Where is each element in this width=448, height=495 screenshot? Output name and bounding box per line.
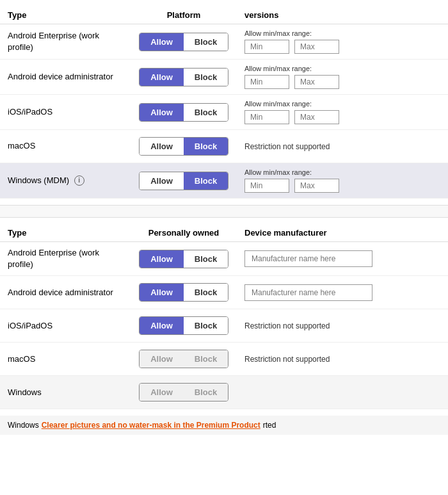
allow2-btn-1[interactable]: Allow [140, 284, 184, 301]
header2-type: Type [8, 228, 123, 238]
block2-btn-3: Block [184, 350, 228, 368]
row-windows-mdm: Windows (MDM) i Allow Block Allow min/ma… [0, 163, 448, 199]
manufacturer-android-device-admin [244, 284, 440, 301]
toggle2-android-enterprise: Allow Block [123, 250, 244, 268]
version-inputs-0 [244, 40, 440, 54]
header-versions: versions [244, 10, 440, 20]
toggle2-ios: Allow Block [123, 316, 244, 335]
restriction-macos: Restriction not supported [244, 142, 440, 151]
allow-btn-4[interactable]: Allow [140, 172, 184, 190]
section-divider [0, 205, 448, 218]
block2-btn-1[interactable]: Block [184, 284, 228, 301]
manufacturer-input-0[interactable] [244, 250, 372, 267]
header2-manufacturer: Device manufacturer [244, 228, 440, 238]
type-ios: iOS/iPadOS [8, 106, 123, 118]
block-btn-0[interactable]: Block [184, 33, 228, 51]
type2-windows: Windows [8, 387, 123, 398]
versions-android-device-admin: Allow min/max range: [244, 65, 440, 89]
max-input-2[interactable] [294, 110, 339, 124]
manufacturer-ios: Restriction not supported [244, 321, 440, 330]
header2-personally: Personally owned [123, 228, 244, 238]
block2-btn-4: Block [184, 384, 228, 401]
toggle2-windows: Allow Block [123, 383, 244, 402]
section-1: Type Platform versions Android Enterpris… [0, 0, 448, 205]
max-input-1[interactable] [294, 75, 339, 89]
toggle2-group-4: Allow Block [139, 383, 228, 402]
range-label-1: Allow min/max range: [244, 65, 440, 72]
toggle2-group-1: Allow Block [139, 283, 228, 302]
allow2-btn-0[interactable]: Allow [140, 250, 184, 268]
manufacturer-input-1[interactable] [244, 284, 372, 301]
row2-macos: macOS Allow Block Restriction not suppor… [0, 343, 448, 376]
header-type: Type [8, 10, 123, 20]
row-macos: macOS Allow Block Restriction not suppor… [0, 130, 448, 163]
promo-prefix: Windows [8, 421, 39, 430]
versions-android-enterprise: Allow min/max range: [244, 29, 440, 54]
toggle-group-3: Allow Block [139, 137, 228, 156]
type2-ios: iOS/iPadOS [8, 320, 123, 332]
restriction-ios-2: Restriction not supported [244, 321, 330, 330]
section2-header: Type Personally owned Device manufacture… [0, 224, 448, 242]
toggle2-group-3: Allow Block [139, 350, 228, 368]
allow2-btn-2[interactable]: Allow [140, 317, 184, 334]
toggle-android-device-admin: Allow Block [123, 68, 244, 86]
type-android-device-admin: Android device administrator [8, 71, 123, 83]
row-android-device-admin: Android device administrator Allow Block… [0, 60, 448, 95]
restriction-macos-2: Restriction not supported [244, 355, 330, 364]
toggle-group-4: Allow Block [139, 172, 228, 190]
range-label-4: Allow min/max range: [244, 168, 440, 176]
max-input-0[interactable] [294, 40, 339, 54]
toggle-group-0: Allow Block [139, 33, 228, 51]
toggle2-group-2: Allow Block [139, 316, 228, 335]
toggle-windows-mdm: Allow Block [123, 172, 244, 190]
block2-btn-2[interactable]: Block [184, 317, 228, 334]
section1-header: Type Platform versions [0, 6, 448, 24]
max-input-4[interactable] [294, 179, 339, 193]
versions-macos: Restriction not supported [244, 142, 440, 151]
allow-btn-1[interactable]: Allow [140, 69, 184, 86]
row2-windows: Windows Allow Block [0, 376, 448, 409]
toggle-macos: Allow Block [123, 137, 244, 156]
manufacturer-android-enterprise [244, 250, 440, 267]
allow-btn-0[interactable]: Allow [140, 33, 184, 51]
info-icon-windows[interactable]: i [74, 175, 84, 186]
promo-suffix: rted [263, 421, 276, 430]
allow-btn-2[interactable]: Allow [140, 104, 184, 121]
min-input-4[interactable] [244, 179, 289, 193]
row2-android-enterprise: Android Enterprise (work profile) Allow … [0, 242, 448, 276]
section-2: Type Personally owned Device manufacture… [0, 218, 448, 416]
type2-macos: macOS [8, 353, 123, 365]
row-android-enterprise: Android Enterprise (work profile) Allow … [0, 24, 448, 60]
promo-link[interactable]: Clearer pictures and no water-mask in th… [42, 421, 260, 430]
manufacturer-macos: Restriction not supported [244, 354, 440, 364]
block-btn-4[interactable]: Block [184, 172, 228, 190]
row-ios: iOS/iPadOS Allow Block Allow min/max ran… [0, 95, 448, 130]
versions-windows-mdm: Allow min/max range: [244, 168, 440, 193]
toggle-group-1: Allow Block [139, 68, 228, 86]
row2-android-device-admin: Android device administrator Allow Block [0, 276, 448, 309]
type2-android-enterprise: Android Enterprise (work profile) [8, 247, 123, 270]
type2-android-device-admin: Android device administrator [8, 287, 123, 298]
block2-btn-0[interactable]: Block [184, 250, 228, 268]
allow2-btn-3: Allow [140, 350, 184, 368]
header-platform: Platform [123, 10, 244, 20]
version-inputs-4 [244, 179, 440, 193]
type-windows-mdm: Windows (MDM) i [8, 175, 123, 186]
block-btn-2[interactable]: Block [184, 104, 228, 121]
min-input-2[interactable] [244, 110, 289, 124]
block-btn-1[interactable]: Block [184, 69, 228, 86]
toggle-android-enterprise: Allow Block [123, 33, 244, 51]
range-label-2: Allow min/max range: [244, 100, 440, 108]
allow2-btn-4: Allow [140, 384, 184, 401]
version-inputs-1 [244, 75, 440, 89]
versions-ios: Allow min/max range: [244, 100, 440, 124]
type-macos: macOS [8, 140, 123, 152]
toggle-group-2: Allow Block [139, 103, 228, 122]
allow-btn-3[interactable]: Allow [140, 138, 184, 155]
row2-ios: iOS/iPadOS Allow Block Restriction not s… [0, 309, 448, 343]
version-inputs-2 [244, 110, 440, 124]
min-input-1[interactable] [244, 75, 289, 89]
block-btn-3[interactable]: Block [184, 138, 228, 155]
min-input-0[interactable] [244, 40, 289, 54]
range-label-0: Allow min/max range: [244, 29, 440, 37]
